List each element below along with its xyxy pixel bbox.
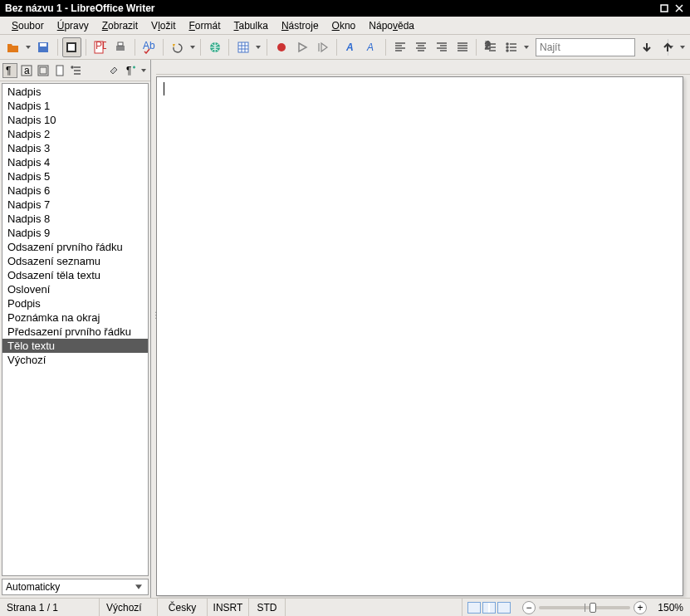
- find-prev-button[interactable]: [658, 37, 677, 57]
- style-item[interactable]: Nadpis 3: [2, 141, 148, 155]
- status-language[interactable]: Česky: [158, 599, 208, 616]
- style-item[interactable]: Nadpis 6: [2, 183, 148, 198]
- title-bar: Bez názvu 1 - LibreOffice Writer: [0, 0, 690, 17]
- find-next-button[interactable]: [637, 37, 656, 57]
- zoom-slider[interactable]: [539, 606, 630, 609]
- styles-filter-dropdown-icon[interactable]: [133, 584, 144, 590]
- export-pdf-button[interactable]: PDF: [91, 37, 110, 57]
- frame-styles-icon[interactable]: [36, 63, 51, 78]
- style-item[interactable]: Nadpis 10: [2, 113, 148, 127]
- style-item[interactable]: Oslovení: [2, 282, 148, 296]
- edit-mode-button[interactable]: [62, 37, 81, 57]
- svg-rect-0: [661, 5, 668, 12]
- zoom-thumb[interactable]: [590, 603, 596, 613]
- style-item[interactable]: Nadpis 7: [2, 198, 148, 212]
- zoom-value[interactable]: 150%: [653, 602, 690, 614]
- undo-dropdown[interactable]: [188, 45, 197, 50]
- character-styles-icon[interactable]: a: [19, 63, 34, 78]
- svg-rect-24: [40, 67, 46, 74]
- spellcheck-button[interactable]: Abç: [139, 37, 159, 57]
- window-title: Bez názvu 1 - LibreOffice Writer: [5, 2, 155, 14]
- align-left-button[interactable]: [390, 37, 409, 57]
- text-cursor: [164, 82, 164, 95]
- menu-zobrazit[interactable]: Zobrazit: [95, 18, 144, 33]
- svg-point-18: [506, 46, 508, 48]
- table-button[interactable]: [233, 37, 252, 57]
- menu-upravy[interactable]: Úpravy: [51, 18, 95, 33]
- horizontal-ruler[interactable]: [156, 60, 690, 75]
- font-color-button[interactable]: A: [341, 37, 360, 57]
- new-style-dropdown[interactable]: [139, 68, 148, 73]
- toolbar-standard: PDF Abç A A 12: [0, 35, 690, 60]
- style-item[interactable]: Odsazení seznamu: [2, 254, 148, 268]
- style-item[interactable]: Poznámka na okraj: [2, 310, 148, 325]
- style-item[interactable]: Nadpis 5: [2, 169, 148, 183]
- style-item[interactable]: Nadpis 9: [2, 226, 148, 240]
- open-dropdown[interactable]: [24, 45, 32, 50]
- style-item[interactable]: Výchozí: [2, 353, 148, 367]
- style-item[interactable]: Nadpis 2: [2, 127, 148, 141]
- svg-text:A: A: [345, 42, 354, 53]
- svg-rect-2: [40, 43, 46, 46]
- numbered-list-button[interactable]: 12: [481, 37, 500, 57]
- svg-rect-7: [116, 46, 125, 51]
- menu-nastroje[interactable]: Nástroje: [275, 18, 325, 33]
- print-button[interactable]: [111, 37, 130, 57]
- paragraph-styles-icon[interactable]: ¶: [2, 63, 17, 78]
- save-button[interactable]: [34, 37, 53, 57]
- menu-napoveda[interactable]: Nápověda: [362, 18, 421, 33]
- menu-format[interactable]: Formát: [182, 18, 227, 33]
- undo-button[interactable]: [168, 37, 187, 57]
- toolbar-end-overflow[interactable]: [678, 45, 687, 50]
- styles-list[interactable]: NadpisNadpis 1Nadpis 10Nadpis 2Nadpis 3N…: [2, 83, 149, 576]
- page-styles-icon[interactable]: [52, 63, 67, 78]
- document-page[interactable]: [156, 76, 683, 596]
- zoom-controls: − +: [516, 601, 653, 614]
- open-button[interactable]: [3, 37, 22, 57]
- align-center-button[interactable]: [411, 37, 430, 57]
- style-item[interactable]: Tělo textu: [2, 339, 148, 353]
- book-view-icon[interactable]: [497, 602, 511, 614]
- style-item[interactable]: Nadpis 8: [2, 212, 148, 226]
- single-page-view-icon[interactable]: [467, 602, 481, 614]
- svg-point-12: [277, 43, 286, 51]
- status-page-style[interactable]: Výchozí: [100, 599, 158, 616]
- list-styles-icon[interactable]: [69, 63, 84, 78]
- menu-vlozit[interactable]: Vložit: [144, 18, 182, 33]
- status-insert-mode[interactable]: INSRT: [208, 599, 249, 616]
- svg-rect-4: [68, 44, 75, 51]
- menu-tabulka[interactable]: Tabulka: [228, 18, 275, 33]
- fill-format-icon[interactable]: [106, 63, 121, 78]
- window-maximize-icon[interactable]: [658, 2, 670, 14]
- bullet-list-button[interactable]: [502, 37, 521, 57]
- highlight-button[interactable]: A: [362, 37, 381, 57]
- align-justify-button[interactable]: [453, 37, 472, 57]
- multi-page-view-icon[interactable]: [482, 602, 496, 614]
- style-item[interactable]: Nadpis 1: [2, 99, 148, 113]
- zoom-out-button[interactable]: −: [522, 601, 536, 614]
- style-item[interactable]: Nadpis: [2, 85, 148, 99]
- zoom-in-button[interactable]: +: [634, 601, 647, 614]
- toolbar-overflow[interactable]: [523, 45, 531, 50]
- svg-text:2: 2: [485, 41, 491, 51]
- style-item[interactable]: Odsazení těla textu: [2, 268, 148, 282]
- status-selection-mode[interactable]: STD: [249, 599, 286, 616]
- style-item[interactable]: Podpis: [2, 296, 148, 310]
- align-right-button[interactable]: [432, 37, 451, 57]
- window-close-icon[interactable]: [673, 2, 685, 14]
- style-item[interactable]: Odsazení prvního řádku: [2, 240, 148, 254]
- status-page[interactable]: Strana 1 / 1: [0, 599, 100, 616]
- menu-okno[interactable]: Okno: [325, 18, 363, 33]
- style-item[interactable]: Předsazení prvního řádku: [2, 325, 148, 339]
- new-style-icon[interactable]: ¶: [123, 63, 138, 78]
- stop-macro-button[interactable]: [313, 37, 332, 57]
- svg-point-26: [71, 66, 73, 68]
- style-item[interactable]: Nadpis 4: [2, 155, 148, 169]
- styles-filter-combo[interactable]: Automaticky: [0, 578, 150, 598]
- play-macro-button[interactable]: [292, 37, 311, 57]
- svg-point-19: [506, 50, 508, 51]
- menu-soubor[interactable]: Soubor: [5, 18, 51, 33]
- table-dropdown[interactable]: [254, 45, 262, 50]
- record-macro-button[interactable]: [272, 37, 291, 57]
- hyperlink-button[interactable]: [205, 37, 224, 57]
